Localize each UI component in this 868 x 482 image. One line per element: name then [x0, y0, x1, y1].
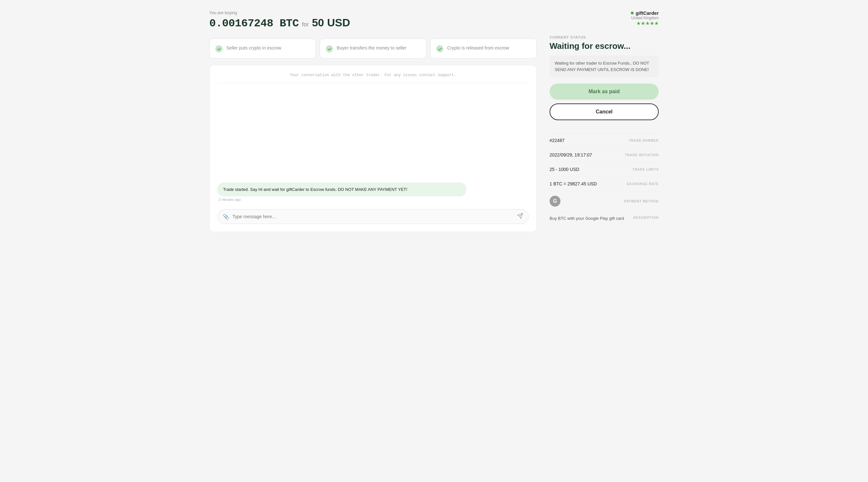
description-row: Buy BTC with your Google Play gift card … [550, 211, 659, 225]
description-value: Buy BTC with your Google Play gift card [550, 216, 624, 221]
btc-amount: 0.00167248 BTC [209, 17, 299, 30]
usd-amount: 50 USD [312, 17, 350, 29]
trade-initiation-row: 2022/09/29, 19:17:07 TRADE INITIATION [550, 148, 659, 162]
seller-online-dot [631, 11, 634, 15]
sidebar: giftCarder United Kingdom ★★★★★ CURRENT … [550, 10, 659, 232]
escrow-warning: Waiting for other trader to Escrow Funds… [550, 56, 659, 77]
exchange-rate-label: EXCHANGE RATE [627, 182, 659, 186]
chat-input-row[interactable]: 📎 [217, 209, 529, 224]
you-are-buying-label: You are buying [209, 10, 537, 15]
steps-row: Seller puts crypto in escrow Buyer trans… [209, 38, 537, 58]
trade-limits-row: 25 - 1000 USD TRADE LIMITS [550, 162, 659, 177]
chat-time: 2 minutes ago [217, 198, 529, 201]
step-2-text: Buyer transfers the money to seller [337, 45, 406, 51]
step-1-check [215, 45, 222, 52]
seller-country: United Kingdom [631, 16, 659, 20]
exchange-rate-row: 1 BTC = 29827.45 USD EXCHANGE RATE [550, 177, 659, 191]
send-icon[interactable] [517, 213, 523, 221]
seller-stars: ★★★★★ [631, 20, 659, 26]
trade-number-label: TRADE NUMBER [629, 139, 659, 142]
chat-messages: Trade started. Say Hi and wait for giftC… [217, 89, 529, 207]
cancel-button[interactable]: Cancel [550, 104, 659, 120]
trade-details: #22487 TRADE NUMBER 2022/09/29, 19:17:07… [550, 133, 659, 225]
chat-container: Your conversation with the other trader.… [209, 65, 537, 232]
seller-name: giftCarder [636, 10, 659, 16]
seller-badge: giftCarder United Kingdom ★★★★★ [550, 10, 659, 26]
step-1-text: Seller puts crypto in escrow [226, 45, 281, 51]
chat-intro: Your conversation with the other trader.… [217, 73, 529, 83]
trade-initiation-value: 2022/09/29, 19:17:07 [550, 152, 592, 158]
trade-initiation-label: TRADE INITIATION [625, 153, 659, 157]
chat-bubble: Trade started. Say Hi and wait for giftC… [217, 182, 466, 197]
chat-message-item: Trade started. Say Hi and wait for giftC… [217, 182, 529, 202]
current-status-label: CURRENT STATUS [550, 35, 659, 39]
seller-info: giftCarder United Kingdom ★★★★★ [631, 10, 659, 26]
trade-amount: 0.00167248 BTC for 50 USD [209, 17, 537, 30]
for-label: for [302, 21, 309, 28]
step-2-card: Buyer transfers the money to seller [320, 38, 426, 58]
trade-number-value: #22487 [550, 138, 565, 143]
step-1-card: Seller puts crypto in escrow [209, 38, 316, 58]
attach-icon[interactable]: 📎 [223, 214, 229, 220]
trade-limits-label: TRADE LIMITS [632, 168, 659, 171]
step-3-text: Crypto is released from escrow [447, 45, 509, 51]
step-2-check [326, 45, 333, 52]
trade-limits-value: 25 - 1000 USD [550, 167, 580, 172]
description-label: DESCRIPTION [633, 216, 659, 220]
payment-method-row: G PAYMENT METHOD [550, 191, 659, 211]
payment-method-label: PAYMENT METHOD [624, 200, 659, 203]
exchange-rate-value: 1 BTC = 29827.45 USD [550, 181, 597, 187]
trade-number-row: #22487 TRADE NUMBER [550, 133, 659, 148]
chat-input[interactable] [232, 214, 514, 219]
status-title: Waiting for escrow... [550, 41, 659, 51]
step-3-check [436, 45, 443, 52]
mark-as-paid-button[interactable]: Mark as paid [550, 84, 659, 100]
step-3-card: Crypto is released from escrow [430, 38, 537, 58]
payment-method-icon: G [550, 196, 560, 207]
page-header: You are buying 0.00167248 BTC for 50 USD [209, 10, 537, 30]
